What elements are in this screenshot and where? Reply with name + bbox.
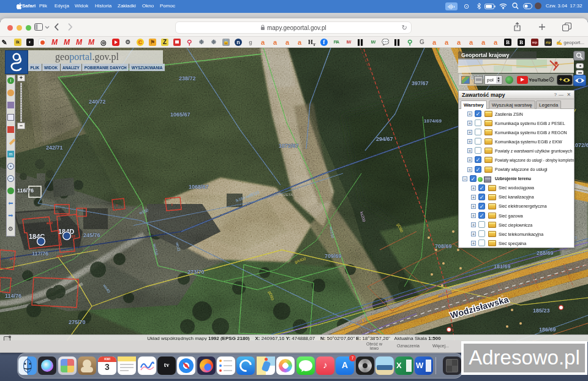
svg-text:245/76: 245/76 xyxy=(83,232,100,238)
svg-text:273/70: 273/70 xyxy=(187,269,205,275)
svg-text:114/76: 114/76 xyxy=(5,293,21,299)
svg-text:275/70: 275/70 xyxy=(69,319,86,325)
svg-text:238/72: 238/72 xyxy=(179,75,196,81)
svg-text:186/69: 186/69 xyxy=(539,326,556,333)
svg-text:1074/69: 1074/69 xyxy=(424,118,442,124)
svg-text:294/67: 294/67 xyxy=(376,136,393,142)
svg-text:181/69: 181/69 xyxy=(494,263,511,270)
svg-text:116/76: 116/76 xyxy=(17,187,34,194)
svg-text:708/69: 708/69 xyxy=(435,243,452,249)
svg-text:1065/67: 1065/67 xyxy=(170,111,190,118)
svg-text:240/72: 240/72 xyxy=(89,99,106,105)
svg-text:185/23: 185/23 xyxy=(533,307,550,314)
svg-text:709/69: 709/69 xyxy=(325,253,342,259)
svg-text:397/67: 397/67 xyxy=(412,80,429,86)
svg-text:288/69: 288/69 xyxy=(537,250,554,256)
svg-text:PRZETA: PRZETA xyxy=(279,193,293,197)
svg-text:242/71: 242/71 xyxy=(46,145,63,151)
svg-text:1072/67: 1072/67 xyxy=(279,143,299,149)
svg-text:117/76: 117/76 xyxy=(32,251,48,257)
svg-text:1068/67: 1068/67 xyxy=(189,184,209,190)
